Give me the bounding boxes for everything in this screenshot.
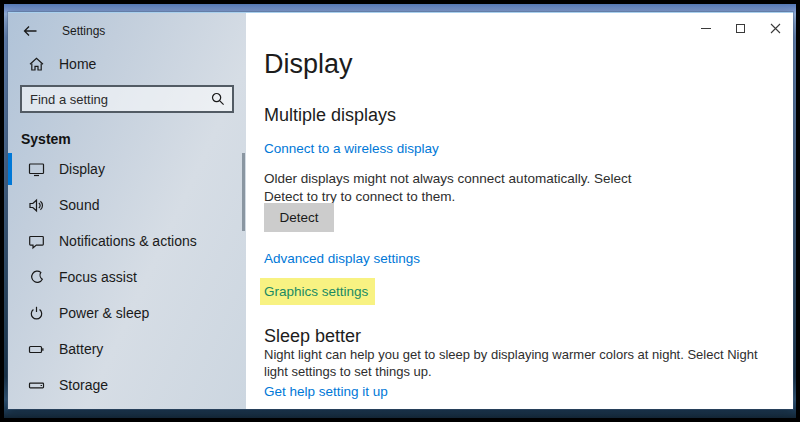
sidebar-item-label: Home	[59, 56, 96, 72]
back-arrow-icon	[21, 22, 39, 40]
close-icon	[770, 23, 781, 34]
multiple-displays-heading: Multiple displays	[264, 105, 396, 126]
search-box[interactable]	[20, 85, 234, 113]
settings-window: Settings Home	[8, 12, 793, 409]
sidebar-item-home[interactable]: Home	[8, 46, 246, 82]
search-icon	[210, 91, 226, 111]
graphics-settings-highlight: Graphics settings	[260, 278, 375, 305]
sidebar-section-header: System	[21, 131, 71, 147]
detect-button[interactable]: Detect	[264, 203, 334, 232]
sidebar-item-label: Notifications & actions	[59, 233, 197, 249]
display-icon	[28, 161, 45, 178]
maximize-icon	[736, 24, 745, 33]
sidebar-item-label: Focus assist	[59, 269, 137, 285]
power-icon	[28, 305, 45, 322]
graphics-settings-link[interactable]: Graphics settings	[264, 284, 368, 299]
advanced-display-settings-link[interactable]: Advanced display settings	[264, 251, 420, 266]
sidebar: Settings Home	[8, 13, 246, 409]
sidebar-item-focus-assist[interactable]: Focus assist	[8, 259, 246, 295]
night-light-description: Night light can help you get to sleep by…	[264, 346, 784, 380]
focus-assist-icon	[28, 269, 45, 286]
sidebar-item-display[interactable]: Display	[8, 151, 246, 187]
storage-icon	[28, 377, 45, 394]
minimize-icon	[701, 28, 711, 29]
close-button[interactable]	[758, 13, 793, 43]
battery-icon	[28, 341, 45, 358]
main-content: Display Multiple displays Connect to a w…	[246, 13, 793, 409]
sound-icon	[28, 197, 45, 214]
sidebar-item-label: Power & sleep	[59, 305, 149, 321]
sidebar-item-label: Display	[59, 161, 105, 177]
connect-wireless-display-link[interactable]: Connect to a wireless display	[264, 141, 439, 156]
minimize-button[interactable]	[688, 13, 723, 43]
notifications-icon	[28, 233, 45, 250]
window-title: Settings	[62, 24, 105, 38]
selected-indicator	[8, 153, 12, 185]
search-input[interactable]	[22, 87, 232, 111]
sidebar-item-label: Sound	[59, 197, 99, 213]
sidebar-item-power-sleep[interactable]: Power & sleep	[8, 295, 246, 331]
maximize-button[interactable]	[723, 13, 758, 43]
window-controls	[688, 13, 793, 43]
sidebar-item-battery[interactable]: Battery	[8, 331, 246, 367]
page-title: Display	[264, 49, 353, 80]
sidebar-item-sound[interactable]: Sound	[8, 187, 246, 223]
sidebar-item-label: Storage	[59, 377, 108, 393]
sidebar-item-notifications[interactable]: Notifications & actions	[8, 223, 246, 259]
detect-description: Older displays might not always connect …	[264, 170, 664, 206]
back-button[interactable]	[21, 22, 39, 40]
sidebar-item-label: Battery	[59, 341, 103, 357]
home-icon	[28, 56, 45, 73]
desktop-wallpaper: Settings Home	[4, 4, 796, 418]
sleep-better-heading: Sleep better	[264, 326, 361, 347]
get-help-link[interactable]: Get help setting it up	[264, 384, 388, 399]
sidebar-item-storage[interactable]: Storage	[8, 367, 246, 403]
sidebar-scrollbar-thumb[interactable]	[242, 153, 245, 231]
